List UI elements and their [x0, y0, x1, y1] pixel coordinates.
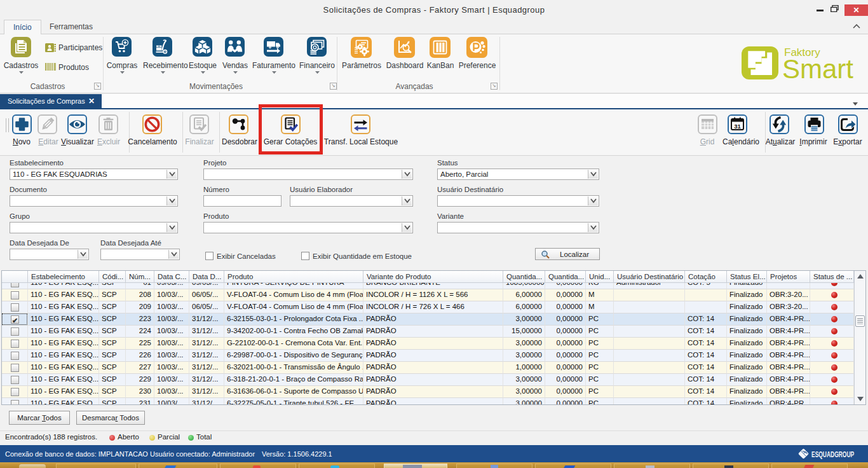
svg-text:31: 31 [734, 123, 741, 130]
